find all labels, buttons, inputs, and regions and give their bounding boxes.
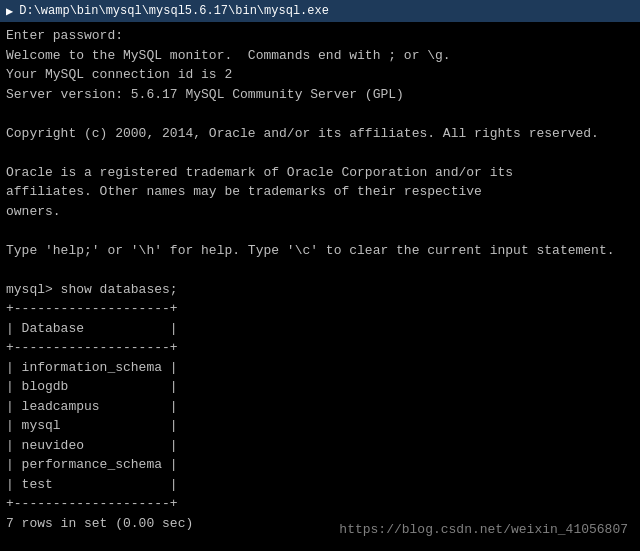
terminal-line: Copyright (c) 2000, 2014, Oracle and/or … [6,126,599,141]
terminal-line: | Database | [6,321,178,336]
terminal-line: | neuvideo | [6,438,178,453]
terminal-line: 7 rows in set (0.00 sec) [6,516,193,531]
terminal-line: Server version: 5.6.17 MySQL Community S… [6,87,404,102]
terminal-line: Your MySQL connection id is 2 [6,67,232,82]
terminal-line: affiliates. Other names may be trademark… [6,184,482,199]
terminal-line: Welcome to the MySQL monitor. Commands e… [6,48,451,63]
terminal-line: owners. [6,204,61,219]
title-path: D:\wamp\bin\mysql\mysql5.6.17\bin\mysql.… [19,4,329,18]
terminal[interactable]: Enter password: Welcome to the MySQL mon… [0,22,640,551]
terminal-line: Oracle is a registered trademark of Orac… [6,165,513,180]
terminal-line: | performance_schema | [6,457,178,472]
title-bar: ▶ D:\wamp\bin\mysql\mysql5.6.17\bin\mysq… [0,0,640,22]
terminal-line: | leadcampus | [6,399,178,414]
terminal-line: Enter password: [6,28,123,43]
terminal-line: mysql> show databases; [6,282,178,297]
terminal-line: Type 'help;' or '\h' for help. Type '\c'… [6,243,615,258]
terminal-line: | test | [6,477,178,492]
title-icon: ▶ [6,4,13,19]
terminal-line: | blogdb | [6,379,178,394]
terminal-line: | mysql | [6,418,178,433]
terminal-line: +--------------------+ [6,301,178,316]
terminal-line: +--------------------+ [6,340,178,355]
watermark: https://blog.csdn.net/weixin_41056807 [339,522,628,537]
terminal-line: | information_schema | [6,360,178,375]
terminal-line: +--------------------+ [6,496,178,511]
